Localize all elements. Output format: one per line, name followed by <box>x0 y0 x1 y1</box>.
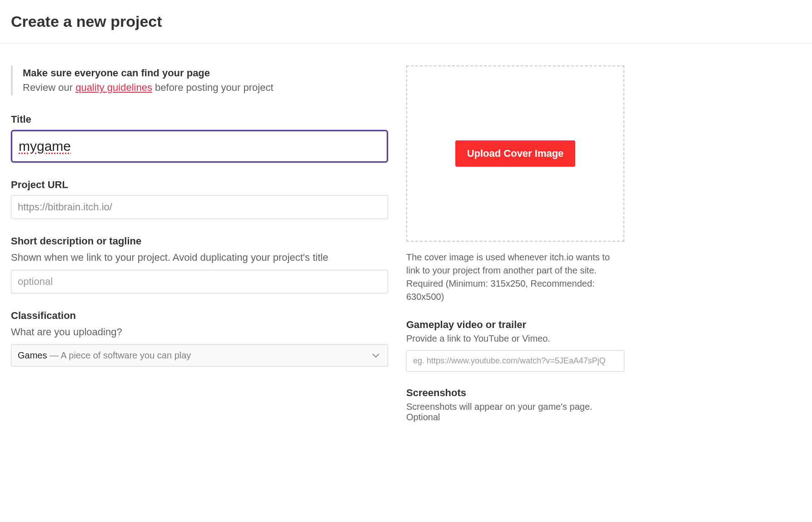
video-sub: Provide a link to YouTube or Vimeo. <box>406 333 624 344</box>
notice-title: Make sure everyone can find your page <box>23 67 388 79</box>
cover-upload-box[interactable]: Upload Cover Image <box>406 65 624 242</box>
classification-label: Classification <box>11 310 388 322</box>
url-label: Project URL <box>11 179 388 191</box>
project-url-input[interactable] <box>11 195 388 219</box>
short-desc-label: Short description or tagline <box>11 235 388 247</box>
title-label: Title <box>11 114 388 125</box>
short-desc-input[interactable] <box>11 270 388 293</box>
title-group: Title <box>11 114 388 163</box>
screenshots-sub: Screenshots will appear on your game's p… <box>406 402 624 423</box>
video-group: Gameplay video or trailer Provide a link… <box>406 319 624 372</box>
quality-guidelines-link[interactable]: quality guidelines <box>75 82 152 93</box>
classification-selected-rest: — A piece of software you can play <box>47 350 191 360</box>
classification-group: Classification What are you uploading? G… <box>11 310 388 367</box>
side-column: Upload Cover Image The cover image is us… <box>406 65 624 429</box>
content: Make sure everyone can find your page Re… <box>0 44 812 429</box>
video-label: Gameplay video or trailer <box>406 319 624 331</box>
page-header: Create a new project <box>0 0 812 44</box>
notice-prefix: Review our <box>23 82 75 93</box>
short-desc-sub: Shown when we link to your project. Avoi… <box>11 252 388 263</box>
screenshots-label: Screenshots <box>406 387 624 399</box>
cover-hint: The cover image is used whenever itch.io… <box>406 251 624 303</box>
page-title: Create a new project <box>11 13 801 30</box>
notice-suffix: before posting your project <box>152 82 274 93</box>
short-desc-group: Short description or tagline Shown when … <box>11 235 388 293</box>
classification-selected-strong: Games <box>18 350 47 360</box>
url-group: Project URL <box>11 179 388 219</box>
main-column: Make sure everyone can find your page Re… <box>11 65 388 429</box>
screenshots-group: Screenshots Screenshots will appear on y… <box>406 387 624 423</box>
quality-notice: Make sure everyone can find your page Re… <box>11 65 388 95</box>
video-url-input[interactable] <box>406 350 624 372</box>
title-input[interactable] <box>11 130 388 163</box>
upload-cover-button[interactable]: Upload Cover Image <box>455 140 576 167</box>
chevron-down-icon <box>372 353 379 358</box>
notice-subtitle: Review our quality guidelines before pos… <box>23 82 388 94</box>
classification-sub: What are you uploading? <box>11 326 388 338</box>
classification-select[interactable]: Games — A piece of software you can play <box>11 344 388 367</box>
